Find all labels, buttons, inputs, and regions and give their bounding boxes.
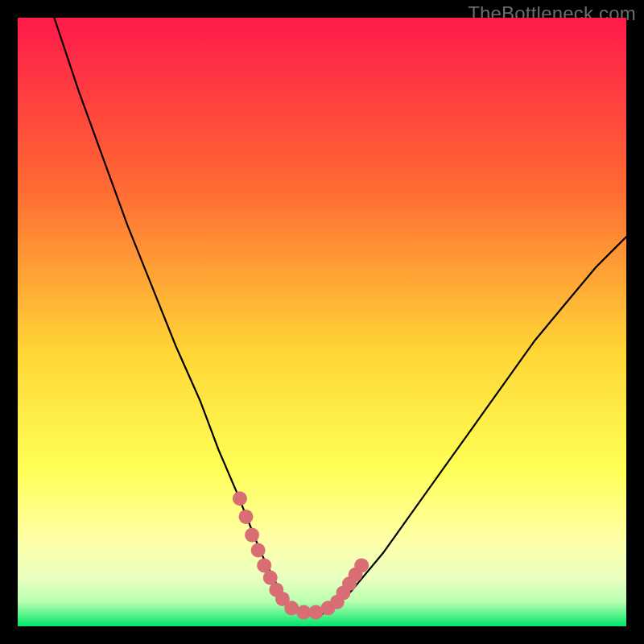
optimal-marker	[233, 491, 247, 506]
chart-svg	[18, 18, 626, 626]
optimal-marker	[354, 558, 369, 572]
optimal-marker	[239, 510, 254, 524]
chart-frame: TheBottleneck.com	[0, 0, 644, 644]
gradient-background	[18, 18, 626, 626]
optimal-marker	[245, 528, 259, 543]
optimal-marker	[251, 543, 266, 558]
plot-area	[18, 18, 626, 626]
